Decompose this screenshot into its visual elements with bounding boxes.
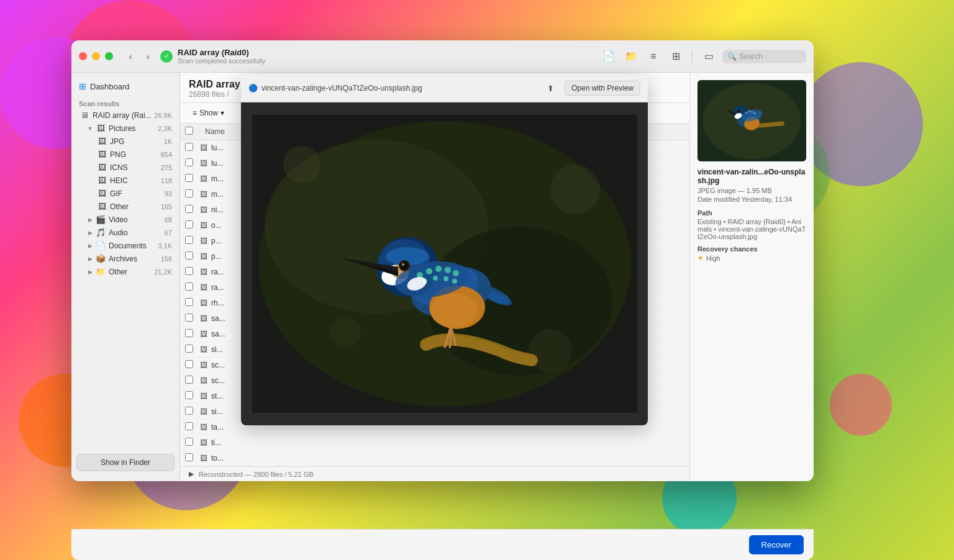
folder-icon-button[interactable]: 📁 [622,48,640,65]
sidebar-item-heic[interactable]: 🖼 HEIC 118 [74,174,177,187]
sidebar-item-archives[interactable]: ▶ 📦 Archives 156 [74,252,177,265]
row-checkbox[interactable] [185,189,193,197]
row-checkbox[interactable] [185,391,193,399]
row-checkbox[interactable] [185,143,193,151]
row-checkbox[interactable] [185,314,193,322]
svg-point-36 [426,268,432,274]
traffic-lights [79,52,113,60]
documents-expand: ▶ [86,242,94,250]
row-checkbox[interactable] [185,267,193,275]
svg-point-41 [433,276,438,281]
overlay-filename: vincent-van-zalinge-vUNQaTtZeOo-unsplash… [261,84,542,93]
list-view-button[interactable]: ≡ [645,48,662,65]
sidebar-item-icns[interactable]: 🖼 ICNS 275 [74,161,177,174]
sidebar-item-documents[interactable]: ▶ 📄 Documents 3,1K [74,239,177,252]
file-icon: 🖼 [200,314,207,323]
svg-point-12 [748,110,750,112]
file-icon: 🖼 [200,237,207,245]
archives-count: 156 [161,255,172,263]
toolbar-actions: 📄 📁 ≡ ⊞ ▭ 🔍 [600,48,806,65]
sidebar-item-other[interactable]: ▶ 📁 Other 21,2K [74,265,177,278]
scan-results-label: Scan results [71,97,179,109]
row-checkbox[interactable] [185,422,193,430]
forward-button[interactable]: › [140,49,155,64]
file-icon-button[interactable]: 📄 [600,48,617,65]
other-pics-count: 165 [161,203,172,210]
search-icon: 🔍 [727,52,737,61]
search-input[interactable] [739,52,801,61]
close-button[interactable] [79,52,87,60]
svg-point-20 [550,165,600,214]
sidebar-toggle-button[interactable]: ▭ [700,48,717,65]
overlay-actions: ⬆ Open with Preview [542,79,640,97]
svg-point-43 [452,279,457,284]
footer-expand[interactable]: ▶ [189,470,194,478]
date-label: Date modified [697,196,740,203]
row-checkbox[interactable] [185,453,193,461]
preview-date: Date modified Yesterday, 11:34 [697,196,806,203]
archives-icon: 📦 [95,254,106,263]
row-checkbox[interactable] [185,438,193,446]
back-button[interactable]: ‹ [123,49,138,64]
row-name: to... [211,454,684,463]
row-checkbox[interactable] [185,407,193,415]
row-checkbox[interactable] [185,205,193,213]
sidebar-item-video[interactable]: ▶ 🎬 Video 68 [74,213,177,226]
star-icon: ★ [697,254,704,262]
recovery-text: High [706,255,720,262]
audio-label: Audio [109,228,162,237]
dashboard-icon: ⊞ [79,81,86,91]
grid-view-button[interactable]: ⊞ [667,48,684,65]
window-title: RAID array (Raid0) [178,48,265,57]
recover-button[interactable]: Recover [749,535,804,554]
show-button[interactable]: ≡ Show ▾ [189,107,228,119]
file-icon: 🖼 [200,438,207,447]
svg-point-48 [401,262,408,269]
row-checkbox[interactable] [185,220,193,228]
preview-type: JPEG image — 1.95 MB [697,187,806,194]
row-checkbox[interactable] [185,251,193,260]
table-row[interactable]: 🖼 ti... [180,435,689,451]
file-icon: 🖼 [200,205,207,214]
svg-point-10 [738,111,740,112]
minimize-button[interactable] [92,52,100,60]
table-row[interactable]: 🖼 to... [180,451,689,466]
show-in-finder-button[interactable]: Show in Finder [76,454,175,471]
sidebar-item-jpg[interactable]: 🖼 JPG 1K [74,135,177,148]
file-icon: 🖼 [200,407,207,416]
open-with-preview-button[interactable]: Open with Preview [565,81,640,96]
show-label: Show [199,109,218,117]
row-checkbox[interactable] [185,158,193,166]
row-checkbox[interactable] [185,282,193,291]
sidebar-item-gif[interactable]: 🖼 GIF 93 [74,187,177,200]
file-icon: 🖼 [200,454,207,463]
sidebar-item-raid[interactable]: 🖥 RAID array (Rai... 26,9K [74,109,177,122]
sidebar-item-pictures[interactable]: ▼ 🖼 Pictures 2,3K [74,122,177,135]
file-icon: 🖼 [200,268,207,276]
documents-label: Documents [109,242,155,250]
raid-count: 26,9K [154,112,172,119]
dashboard-item[interactable]: ⊞ Dashboard [71,78,179,95]
sidebar-item-other-pics[interactable]: 🖼 Other 165 [74,200,177,213]
documents-icon: 📄 [95,241,106,250]
jpg-count: 1K [164,138,172,145]
svg-point-28 [430,293,478,328]
select-all-checkbox[interactable] [185,127,193,135]
maximize-button[interactable] [105,52,113,60]
sidebar-item-png[interactable]: 🖼 PNG 654 [74,148,177,161]
svg-point-38 [445,267,451,273]
row-checkbox[interactable] [185,345,193,353]
other-pics-label: Other [110,202,158,211]
sidebar-item-audio[interactable]: ▶ 🎵 Audio 67 [74,226,177,239]
file-icon: 🖼 [200,174,207,183]
row-checkbox[interactable] [185,236,193,244]
titlebar-title: RAID array (Raid0) Scan completed succes… [178,48,265,65]
row-checkbox[interactable] [185,376,193,384]
date-value: Yesterday, 11:34 [742,196,792,203]
titlebar: ‹ › ✓ RAID array (Raid0) Scan completed … [71,40,814,73]
row-checkbox[interactable] [185,360,193,368]
overlay-share-button[interactable]: ⬆ [542,79,560,97]
row-checkbox[interactable] [185,329,193,337]
row-checkbox[interactable] [185,174,193,182]
row-checkbox[interactable] [185,298,193,306]
